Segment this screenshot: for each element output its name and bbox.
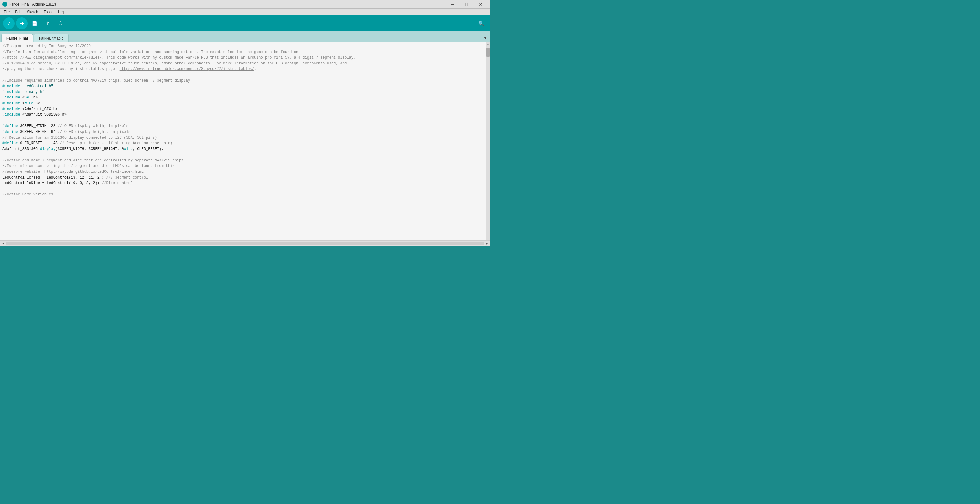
maximize-button[interactable]: □ bbox=[460, 0, 474, 9]
toolbar: ✓ ➜ 📄 ⇧ ⇩ 🔍 bbox=[0, 15, 490, 31]
tab-farkle-final[interactable]: Farkle_Final bbox=[1, 34, 33, 42]
status-bar bbox=[0, 246, 490, 252]
horizontal-scrollbar[interactable]: ◀ ▶ bbox=[0, 241, 490, 246]
window-title: Farkle_Final | Arduino 1.8.13 bbox=[9, 2, 56, 6]
editor-area: //Program created by Ian Sunyecz 12/2020… bbox=[0, 42, 490, 241]
title-bar: Farkle_Final | Arduino 1.8.13 ─ □ ✕ bbox=[0, 0, 490, 9]
tabs-bar: Farkle_Final FarkleBitMap.c ▼ bbox=[0, 31, 490, 42]
menu-tools[interactable]: Tools bbox=[41, 9, 55, 15]
menu-sketch[interactable]: Sketch bbox=[24, 9, 41, 15]
open-button[interactable]: ⇧ bbox=[42, 18, 53, 29]
minimize-button[interactable]: ─ bbox=[445, 0, 460, 9]
code-editor[interactable]: //Program created by Ian Sunyecz 12/2020… bbox=[0, 42, 486, 241]
close-button[interactable]: ✕ bbox=[474, 0, 488, 9]
tabs-dropdown[interactable]: ▼ bbox=[482, 34, 489, 42]
title-bar-controls: ─ □ ✕ bbox=[445, 0, 488, 9]
scroll-left-arrow[interactable]: ◀ bbox=[1, 241, 6, 246]
app-icon bbox=[2, 2, 7, 7]
menu-edit[interactable]: Edit bbox=[13, 9, 24, 15]
scroll-up-arrow[interactable]: ▲ bbox=[486, 42, 490, 46]
tab-farkle-bitmap[interactable]: FarkleBitMap.c bbox=[34, 34, 68, 42]
verify-button[interactable]: ✓ bbox=[3, 18, 15, 29]
title-bar-left: Farkle_Final | Arduino 1.8.13 bbox=[2, 2, 56, 7]
menu-bar: File Edit Sketch Tools Help bbox=[0, 9, 490, 15]
scroll-right-arrow[interactable]: ▶ bbox=[485, 241, 490, 246]
upload-button[interactable]: ➜ bbox=[16, 18, 28, 29]
scrollbar-track[interactable] bbox=[6, 242, 484, 245]
scrollbar-thumb[interactable] bbox=[487, 48, 490, 57]
menu-file[interactable]: File bbox=[1, 9, 12, 15]
menu-help[interactable]: Help bbox=[56, 9, 68, 15]
save-button[interactable]: ⇩ bbox=[54, 18, 66, 29]
new-button[interactable]: 📄 bbox=[29, 18, 40, 29]
vertical-scrollbar[interactable]: ▲ bbox=[486, 42, 490, 241]
search-button[interactable]: 🔍 bbox=[476, 18, 487, 29]
